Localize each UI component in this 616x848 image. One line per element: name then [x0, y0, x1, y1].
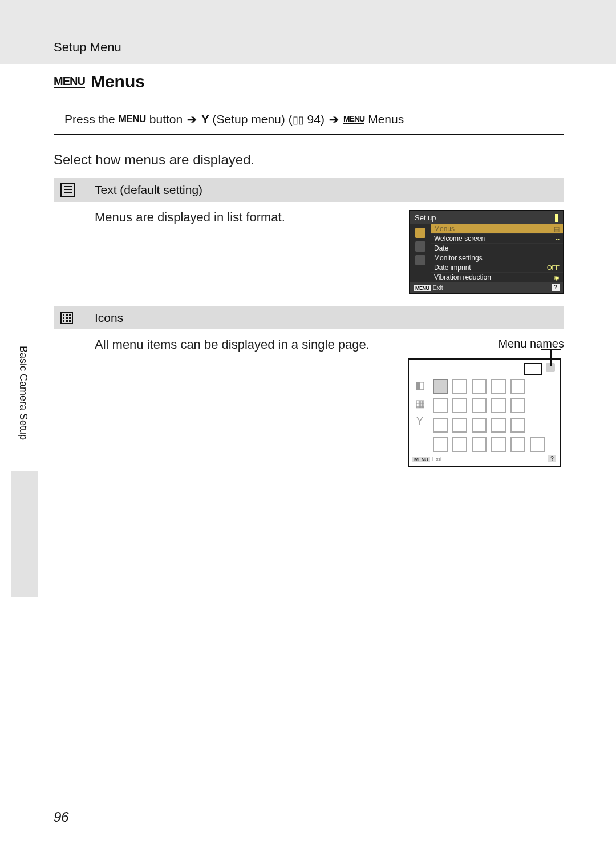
mode-column: ◧ ▦ Y — [412, 379, 427, 452]
option-text-desc: Menus are displayed in list format. — [95, 210, 392, 225]
option-icons-desc: All menu items can be displayed in a sin… — [95, 337, 391, 352]
setup-mode-icon: Y — [416, 415, 423, 427]
option-icons-label: Icons — [95, 311, 123, 325]
lcd-row-label: Date imprint — [434, 264, 471, 272]
page-title: Menus — [91, 72, 145, 91]
grid-item — [510, 418, 525, 433]
icon-grid-area: ◧ ▦ Y — [412, 379, 556, 452]
page-title-row: MENU Menus — [54, 72, 564, 91]
nav-menu-button-label: MENU — [119, 114, 146, 125]
lcd-footer-left: MENU Exit — [414, 284, 443, 291]
lcd-row-label: Menus — [434, 225, 455, 233]
section-header: Setup Menu — [54, 40, 121, 55]
lcd-row-value: -- — [556, 255, 560, 261]
grid-row — [433, 418, 556, 433]
scroll-indicator-icon — [555, 214, 558, 222]
lcd-row-value: ◉ — [554, 274, 560, 281]
camera-mode-icon: ◧ — [415, 379, 425, 391]
grid-row — [433, 437, 556, 452]
grid-row — [433, 398, 556, 413]
side-tab-marker — [11, 471, 38, 597]
arrow-icon: ➔ — [329, 112, 339, 126]
lcd-row-label: Monitor settings — [434, 254, 483, 262]
list-view-icon — [60, 183, 75, 197]
grid-item — [510, 398, 525, 413]
nav-prefix: Press the — [64, 112, 115, 126]
grid-item — [433, 379, 448, 394]
option-icons-header: Icons — [54, 306, 564, 329]
option-icons-body: All menu items can be displayed in a sin… — [54, 329, 564, 479]
lcd-row: Menus ▤ — [431, 224, 563, 234]
grid-item — [510, 437, 525, 452]
grid-item — [472, 398, 487, 413]
lcd-row-label: Date — [434, 244, 448, 252]
help-icon: ? — [548, 455, 556, 462]
lcd-footer-exit: Exit — [432, 455, 442, 462]
movie-mode-icon: ▦ — [415, 397, 425, 410]
grid-item — [491, 398, 506, 413]
side-tab: Basic Camera Setup — [11, 346, 38, 597]
menu-badge-icon: MENU — [414, 285, 431, 291]
lcd-row-label: Welcome screen — [434, 235, 485, 243]
manual-page: Setup Menu MENU Menus Press the MENU but… — [0, 0, 616, 848]
grid-item — [472, 379, 487, 394]
lcd-icons-wrap: ◧ ▦ Y — [408, 352, 570, 467]
nav-mid: button — [149, 112, 183, 126]
lcd-sidebar — [410, 224, 431, 282]
grid-item — [433, 437, 448, 452]
grid-row — [433, 379, 556, 394]
camera-mode-icon — [415, 228, 425, 238]
help-icon: ? — [552, 284, 560, 291]
lcd-row-label: Vibration reduction — [434, 273, 491, 281]
page-ref: (▯▯ 94) — [289, 112, 325, 126]
lcd-row: Date imprint OFF — [431, 263, 563, 273]
grid-item — [491, 437, 506, 452]
intro-text: Select how menus are displayed. — [54, 152, 564, 168]
menu-badge-icon: MENU — [412, 457, 430, 462]
grid-item — [452, 379, 467, 394]
option-icons-illustration: Menu names ◧ ▦ Y — [408, 337, 564, 467]
lcd-row-value: ▤ — [554, 225, 560, 233]
grid-item — [491, 418, 506, 433]
lcd-row-value: -- — [556, 245, 560, 252]
lcd-menu-name-row — [412, 363, 556, 375]
option-text-header: Text (default setting) — [54, 178, 564, 202]
wrench-icon: Y — [201, 113, 209, 126]
grid-rows — [433, 379, 556, 452]
option-text-icon-cell — [60, 183, 95, 197]
book-icon: ▯▯ — [293, 114, 304, 126]
grid-item — [510, 379, 525, 394]
lcd-list: Menus ▤ Welcome screen -- Date -- — [431, 224, 563, 282]
option-icons-icon-cell — [60, 312, 95, 324]
callout-pointer-icon — [550, 349, 552, 366]
grid-view-icon — [60, 312, 73, 324]
lcd-footer-left: MENU Exit — [412, 455, 442, 462]
grid-item — [472, 437, 487, 452]
lcd-header: Set up — [410, 211, 563, 224]
grid-item — [491, 379, 506, 394]
nav-step3-label: Menus — [368, 112, 404, 126]
grid-item — [433, 398, 448, 413]
lcd-row: Date -- — [431, 244, 563, 253]
menu-icon: MENU — [54, 75, 85, 88]
grid-item — [452, 418, 467, 433]
lcd-text-mode: Set up Menus ▤ — [409, 210, 564, 294]
lcd-footer: MENU Exit ? — [412, 452, 556, 462]
grid-item — [452, 437, 467, 452]
grid-item — [433, 418, 448, 433]
lcd-header-title: Set up — [415, 213, 436, 222]
lcd-row: Vibration reduction ◉ — [431, 273, 563, 282]
setup-mode-icon — [415, 255, 425, 265]
lcd-row-value: OFF — [547, 264, 560, 271]
page-number: 96 — [54, 809, 69, 825]
nav-step2-label: (Setup menu) — [213, 112, 285, 126]
option-text-illustration: Set up Menus ▤ — [409, 210, 564, 294]
arrow-icon: ➔ — [187, 112, 197, 126]
side-tab-label: Basic Camera Setup — [11, 346, 29, 460]
menu-name-highlight — [524, 363, 542, 375]
movie-mode-icon — [415, 241, 425, 252]
lcd-row: Welcome screen -- — [431, 234, 563, 244]
lcd-row: Monitor settings -- — [431, 253, 563, 263]
lcd-body: Menus ▤ Welcome screen -- Date -- — [410, 224, 563, 282]
menu-icon: MENU — [343, 115, 364, 124]
